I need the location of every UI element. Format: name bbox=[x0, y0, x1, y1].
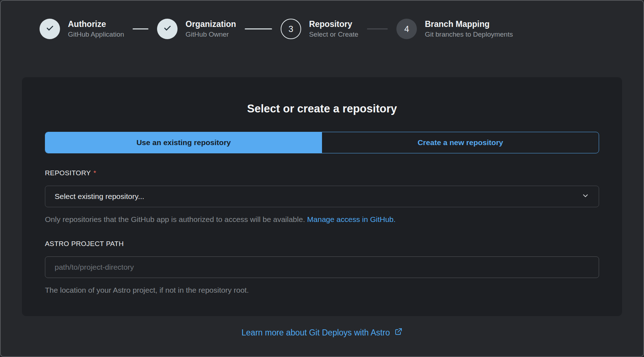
learn-more-link[interactable]: Learn more about Git Deploys with Astro bbox=[242, 328, 402, 338]
external-link-icon bbox=[394, 328, 402, 338]
page-title: Select or create a repository bbox=[45, 102, 599, 115]
wizard-stepper: Authorize GitHub Application Organizatio… bbox=[1, 1, 643, 39]
step-title: Branch Mapping bbox=[425, 19, 513, 29]
step-branch-mapping-indicator: 4 bbox=[396, 19, 417, 39]
step-authorize-indicator bbox=[40, 19, 60, 39]
repository-select[interactable]: Select existing repository... bbox=[45, 186, 599, 207]
git-deploy-wizard: Authorize GitHub Application Organizatio… bbox=[0, 0, 644, 357]
required-marker: * bbox=[93, 169, 96, 177]
step-subtitle: Git branches to Deployments bbox=[425, 31, 513, 38]
repository-helper-text: Only repositories that the GitHub app is… bbox=[45, 214, 599, 224]
step-number: 4 bbox=[404, 24, 409, 34]
check-icon bbox=[45, 23, 55, 35]
footer: Learn more about Git Deploys with Astro bbox=[1, 328, 643, 338]
step-subtitle: Select or Create bbox=[309, 31, 358, 38]
check-icon bbox=[163, 23, 172, 35]
astro-project-path-input[interactable] bbox=[45, 256, 599, 278]
step-branch-mapping: 4 Branch Mapping Git branches to Deploym… bbox=[396, 19, 513, 39]
step-organization[interactable]: Organization GitHub Owner bbox=[157, 19, 236, 39]
step-number: 3 bbox=[289, 24, 293, 34]
step-subtitle: GitHub Application bbox=[68, 31, 124, 38]
step-organization-indicator bbox=[157, 19, 178, 39]
step-repository-indicator: 3 bbox=[281, 19, 301, 39]
tab-use-existing-repository[interactable]: Use an existing repository bbox=[45, 132, 322, 153]
repository-card: Select or create a repository Use an exi… bbox=[22, 77, 622, 316]
repository-select-value: Select existing repository... bbox=[55, 192, 144, 201]
step-title: Repository bbox=[309, 19, 358, 29]
manage-access-link[interactable]: Manage access in GitHub. bbox=[307, 215, 396, 223]
step-repository: 3 Repository Select or Create bbox=[281, 19, 358, 39]
step-title: Organization bbox=[185, 19, 236, 29]
astro-project-path-label: ASTRO PROJECT PATH bbox=[45, 240, 599, 248]
step-title: Authorize bbox=[68, 19, 124, 29]
repository-label: REPOSITORY* bbox=[45, 169, 599, 177]
astro-project-path-helper-text: The location of your Astro project, if n… bbox=[45, 285, 599, 295]
chevron-down-icon bbox=[581, 192, 589, 201]
step-connector bbox=[245, 28, 272, 29]
repository-mode-tabs: Use an existing repository Create a new … bbox=[45, 132, 599, 153]
step-connector bbox=[367, 28, 388, 29]
step-subtitle: GitHub Owner bbox=[185, 31, 236, 38]
step-connector bbox=[133, 28, 148, 29]
tab-create-new-repository[interactable]: Create a new repository bbox=[322, 132, 599, 153]
step-authorize[interactable]: Authorize GitHub Application bbox=[40, 19, 124, 39]
